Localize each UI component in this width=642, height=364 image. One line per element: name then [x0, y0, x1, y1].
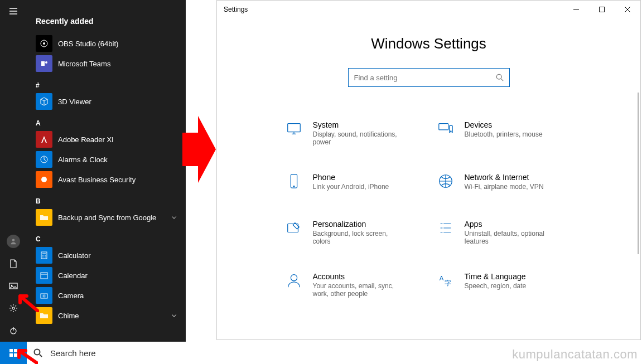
teams-icon: [36, 55, 52, 72]
svg-point-8: [45, 61, 47, 64]
settings-search[interactable]: [348, 68, 510, 87]
app-item-calendar[interactable]: Calendar: [27, 265, 186, 285]
category-phone[interactable]: PhoneLink your Android, iPhone: [284, 173, 422, 193]
category-devices[interactable]: DevicesBluetooth, printers, mouse: [436, 120, 574, 146]
category-subtitle: Background, lock screen, colors: [313, 230, 408, 245]
category-subtitle: Uninstall, defaults, optional features: [465, 230, 559, 245]
annotation-arrow-right: [182, 116, 216, 183]
folder-icon: [36, 307, 52, 324]
chevron-down-icon: [171, 312, 177, 320]
app-item-chime[interactable]: Chime: [27, 305, 186, 326]
time-language-icon: A字: [436, 272, 456, 292]
maximize-button[interactable]: [589, 1, 615, 18]
settings-button[interactable]: [0, 297, 27, 319]
start-button[interactable]: [0, 342, 27, 364]
category-subtitle: Wi-Fi, airplane mode, VPN: [465, 183, 544, 191]
svg-rect-11: [41, 252, 47, 259]
app-label: Adobe Reader XI: [58, 135, 114, 144]
user-account-button[interactable]: [0, 230, 27, 253]
search-placeholder: Search here: [50, 348, 96, 358]
svg-rect-7: [41, 61, 45, 66]
accounts-icon: [284, 272, 304, 292]
category-title: Devices: [465, 120, 543, 129]
app-label: Chime: [58, 312, 79, 320]
svg-rect-15: [9, 349, 13, 352]
category-time[interactable]: A字 Time & LanguageSpeech, region, date: [436, 272, 574, 298]
category-title: Apps: [465, 220, 559, 229]
category-apps[interactable]: AppsUninstall, defaults, optional featur…: [436, 220, 574, 245]
svg-point-3: [12, 307, 15, 309]
start-menu: Recently added OBS Studio (64bit) Micros…: [0, 0, 186, 364]
search-icon: [496, 74, 504, 81]
app-label: Calculator: [58, 251, 91, 260]
app-label: Camera: [58, 292, 84, 300]
avatar-icon: [7, 235, 20, 248]
category-network[interactable]: Network & InternetWi-Fi, airplane mode, …: [436, 173, 574, 193]
category-personalization[interactable]: PersonalizationBackground, lock screen, …: [284, 220, 422, 245]
app-label: Calendar: [58, 271, 88, 280]
close-button[interactable]: [615, 1, 640, 18]
pictures-button[interactable]: [0, 275, 27, 297]
svg-rect-18: [14, 353, 17, 357]
svg-rect-23: [438, 124, 448, 130]
category-accounts[interactable]: AccountsYour accounts, email, sync, work…: [284, 272, 422, 298]
recently-added-header: Recently added: [27, 6, 186, 33]
svg-rect-20: [600, 7, 605, 12]
svg-point-0: [12, 239, 15, 242]
svg-point-14: [43, 295, 45, 297]
app-item-camera[interactable]: Camera: [27, 285, 186, 305]
devices-icon: [436, 120, 456, 140]
svg-point-19: [35, 350, 40, 355]
settings-search-input[interactable]: [354, 74, 496, 82]
svg-point-30: [291, 275, 297, 281]
app-label: OBS Studio (64bit): [58, 40, 118, 48]
watermark: kumpulancatatan.com: [512, 347, 638, 362]
power-button[interactable]: [0, 319, 27, 342]
svg-point-6: [43, 42, 45, 45]
calculator-icon: [36, 247, 52, 264]
app-item-3dviewer[interactable]: 3D Viewer: [27, 91, 186, 111]
category-system[interactable]: SystemDisplay, sound, notifications, pow…: [284, 120, 422, 146]
system-icon: [284, 120, 304, 140]
category-title: Time & Language: [465, 272, 527, 281]
window-title: Settings: [224, 6, 248, 13]
titlebar[interactable]: Settings: [217, 1, 640, 18]
app-item-teams[interactable]: Microsoft Teams: [27, 54, 186, 74]
camera-icon: [36, 287, 52, 304]
svg-text:字: 字: [445, 279, 451, 287]
svg-rect-17: [9, 353, 13, 357]
letter-header-c[interactable]: C: [27, 227, 186, 245]
app-item-avast[interactable]: Avast Business Security: [27, 169, 186, 190]
app-label: 3D Viewer: [58, 98, 91, 106]
svg-text:A: A: [439, 275, 443, 282]
svg-point-27: [293, 186, 295, 187]
svg-rect-12: [41, 273, 47, 279]
letter-header-a[interactable]: A: [27, 111, 186, 129]
app-item-alarms[interactable]: Alarms & Clock: [27, 149, 186, 169]
category-title: Personalization: [313, 220, 408, 229]
phone-icon: [284, 173, 304, 193]
globe-icon: [436, 173, 456, 193]
letter-header-b[interactable]: B: [27, 190, 186, 207]
taskbar-search[interactable]: Search here: [27, 342, 186, 364]
clock-icon: [36, 151, 52, 168]
app-item-calculator[interactable]: Calculator: [27, 245, 186, 265]
category-title: Accounts: [313, 272, 408, 281]
scrollbar[interactable]: [638, 93, 639, 254]
letter-header-hash[interactable]: #: [27, 74, 186, 91]
cube-icon: [36, 93, 52, 110]
minimize-button[interactable]: [563, 1, 589, 18]
category-title: Phone: [313, 173, 389, 182]
category-title: Network & Internet: [465, 173, 544, 182]
taskbar: Search here: [0, 342, 186, 364]
windows-icon: [9, 348, 18, 357]
category-subtitle: Speech, region, date: [465, 282, 527, 290]
category-subtitle: Link your Android, iPhone: [313, 183, 389, 191]
category-subtitle: Display, sound, notifications, power: [313, 130, 408, 146]
app-item-obs[interactable]: OBS Studio (64bit): [27, 33, 186, 54]
documents-button[interactable]: [0, 253, 27, 275]
svg-rect-13: [41, 294, 47, 298]
app-item-adobe[interactable]: Adobe Reader XI: [27, 129, 186, 149]
app-item-backup[interactable]: Backup and Sync from Google: [27, 207, 186, 227]
obs-icon: [36, 35, 52, 52]
